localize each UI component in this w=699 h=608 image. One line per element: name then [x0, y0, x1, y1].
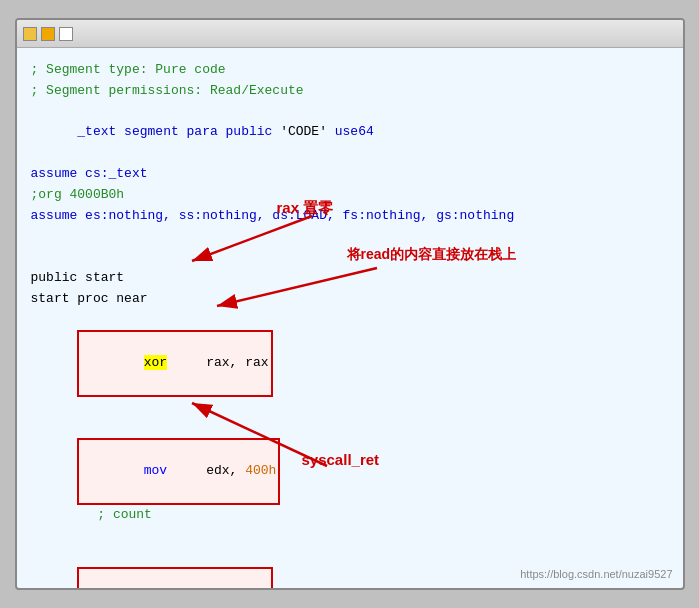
line-5: ;org 4000B0h [31, 185, 669, 206]
mov-rsi-box: mov rsi, rsp [77, 567, 272, 588]
mov1-operands: edx, [167, 463, 245, 478]
xor-operands: rax, rax [167, 355, 268, 370]
syscall-ret-label: syscall_ret [302, 448, 380, 472]
xor-keyword: xor [144, 355, 167, 370]
mov1-val: 400h [245, 463, 276, 478]
rax-zero-label: rax 置零 [277, 196, 334, 220]
xor-line: xor rax, rax [31, 310, 669, 418]
text-segment: _text segment para public [77, 124, 280, 139]
code-content: ; Segment type: Pure code ; Segment perm… [17, 48, 683, 588]
read-stack-label: 将read的内容直接放在栈上 [347, 243, 517, 265]
line-2: ; Segment permissions: Read/Execute [31, 81, 669, 102]
line-1: ; Segment type: Pure code [31, 60, 669, 81]
icon2 [41, 27, 55, 41]
xor-box: xor rax, rax [77, 330, 272, 396]
watermark: https://blog.csdn.net/nuzai9527 [520, 566, 672, 584]
line-public: public start [31, 268, 669, 289]
use64: use64 [327, 124, 374, 139]
code-keyword: 'CODE' [280, 124, 327, 139]
main-window: ; Segment type: Pure code ; Segment perm… [15, 18, 685, 590]
icon1 [23, 27, 37, 41]
count-comment: ; count [97, 507, 152, 522]
icon3 [59, 27, 73, 41]
mov-edx-line: mov edx, 400h ; count [31, 418, 669, 547]
line-proc: start proc near [31, 289, 669, 310]
line-4: assume cs:_text [31, 164, 669, 185]
line-3: _text segment para public 'CODE' use64 [31, 102, 669, 164]
mov-edx-box: mov edx, 400h [77, 438, 280, 504]
line-6: assume es:nothing, ss:nothing, ds:LOAD, … [31, 206, 669, 227]
titlebar [17, 20, 683, 48]
mov1-keyword: mov [144, 463, 167, 478]
